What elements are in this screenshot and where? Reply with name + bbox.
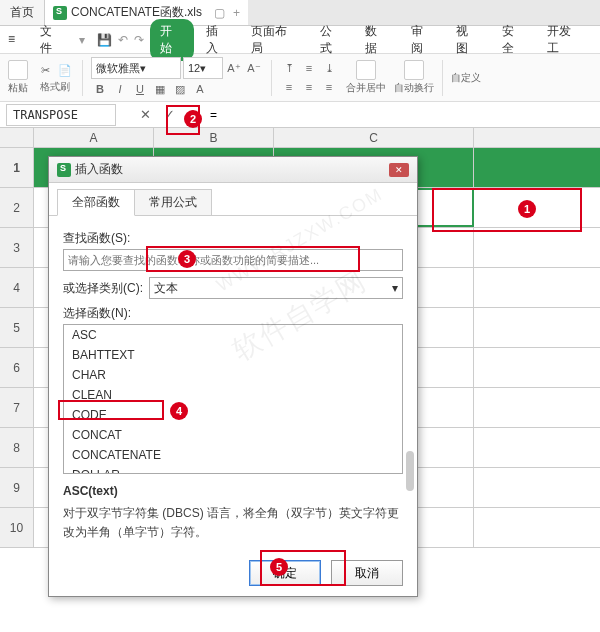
formula-bar: TRANSPOSE ✕ ✓ fx xyxy=(0,102,600,128)
list-item[interactable]: BAHTTEXT xyxy=(64,345,402,365)
chevron-down-icon: ▾ xyxy=(392,281,398,295)
copy-icon[interactable]: 📄 xyxy=(56,61,74,79)
align-left-icon[interactable]: ≡ xyxy=(280,78,298,96)
desc-text: 对于双字节字符集 (DBCS) 语言，将全角（双字节）英文字符更改为半角（单字节… xyxy=(63,504,403,542)
cancel-button[interactable]: 取消 xyxy=(331,560,403,586)
col-header[interactable]: B xyxy=(154,128,274,147)
menu-tab-dev[interactable]: 开发工 xyxy=(537,19,592,61)
select-all-corner[interactable] xyxy=(0,128,34,147)
app-menu-icon[interactable]: ≡ xyxy=(8,32,24,48)
cancel-formula-icon[interactable]: ✕ xyxy=(136,106,154,124)
tab-add-icon[interactable]: + xyxy=(233,6,240,20)
underline-icon[interactable]: U xyxy=(131,80,149,98)
list-item[interactable]: CODE xyxy=(64,405,402,425)
ribbon: 粘贴 ✂📄 格式刷 微软雅黑 ▾ 12 ▾ A⁺ A⁻ B I U ▦ ▨ A … xyxy=(0,54,600,102)
list-item[interactable]: CONCAT xyxy=(64,425,402,445)
fontsize-select[interactable]: 12 ▾ xyxy=(183,57,223,79)
align-top-icon[interactable]: ⤒ xyxy=(280,59,298,77)
function-list[interactable]: ASC BAHTTEXT CHAR CLEAN CODE CONCAT CONC… xyxy=(63,324,403,474)
menu-tab-security[interactable]: 安全 xyxy=(492,19,535,61)
dialog-titlebar[interactable]: 插入函数 ✕ xyxy=(49,157,417,183)
row-header[interactable]: 3 xyxy=(0,228,34,267)
row-header[interactable]: 4 xyxy=(0,268,34,307)
dialog-tab-common[interactable]: 常用公式 xyxy=(135,189,212,216)
cut-icon[interactable]: ✂ xyxy=(36,61,54,79)
italic-icon[interactable]: I xyxy=(111,80,129,98)
menu-file[interactable]: 文件 xyxy=(30,21,74,59)
row-header[interactable]: 8 xyxy=(0,428,34,467)
border-icon[interactable]: ▦ xyxy=(151,80,169,98)
menu-tab-review[interactable]: 审阅 xyxy=(401,19,444,61)
category-select[interactable]: 文本▾ xyxy=(149,277,403,299)
dialog-icon xyxy=(57,163,71,177)
menu-tab-insert[interactable]: 插入 xyxy=(196,19,239,61)
row-header[interactable]: 7 xyxy=(0,388,34,427)
menu-tab-data[interactable]: 数据 xyxy=(355,19,398,61)
callout-marker-4: 4 xyxy=(170,402,188,420)
category-label: 或选择类别(C): xyxy=(63,280,143,297)
row-header[interactable]: 2 xyxy=(0,188,34,227)
ribbon-wrap[interactable]: 自动换行 xyxy=(394,60,434,95)
close-icon[interactable]: ✕ xyxy=(389,163,409,177)
callout-marker-5: 5 xyxy=(270,558,288,576)
formula-input[interactable] xyxy=(202,104,600,126)
bold-icon[interactable]: B xyxy=(91,80,109,98)
decrease-font-icon[interactable]: A⁻ xyxy=(245,59,263,77)
insert-function-dialog: 插入函数 ✕ 全部函数 常用公式 查找函数(S): 或选择类别(C): 文本▾ … xyxy=(48,156,418,597)
menu-tab-start[interactable]: 开始 xyxy=(150,19,193,61)
ribbon-custom[interactable]: 自定义 xyxy=(451,71,481,85)
ribbon-merge[interactable]: 合并居中 xyxy=(346,60,386,95)
fill-icon[interactable]: ▨ xyxy=(171,80,189,98)
row-header[interactable]: 9 xyxy=(0,468,34,507)
menu-tab-formula[interactable]: 公式 xyxy=(310,19,353,61)
list-item[interactable]: DOLLAR xyxy=(64,465,402,474)
align-center-icon[interactable]: ≡ xyxy=(300,78,318,96)
menu-tab-layout[interactable]: 页面布局 xyxy=(241,19,308,61)
dialog-title: 插入函数 xyxy=(75,161,123,178)
fontcolor-icon[interactable]: A xyxy=(191,80,209,98)
callout-marker-1: 1 xyxy=(518,200,536,218)
align-right-icon[interactable]: ≡ xyxy=(320,78,338,96)
ribbon-paste[interactable]: 粘贴 xyxy=(8,60,28,95)
spreadsheet-icon xyxy=(53,6,67,20)
redo-icon[interactable]: ↷ xyxy=(134,33,144,47)
increase-font-icon[interactable]: A⁺ xyxy=(225,59,243,77)
align-bot-icon[interactable]: ⤓ xyxy=(320,59,338,77)
callout-marker-3: 3 xyxy=(178,250,196,268)
tab-controls: ▢ + xyxy=(214,6,240,20)
name-box[interactable]: TRANSPOSE xyxy=(6,104,116,126)
callout-marker-2: 2 xyxy=(184,110,202,128)
scrollbar-thumb[interactable] xyxy=(406,451,414,491)
row-header[interactable]: 5 xyxy=(0,308,34,347)
select-label: 选择函数(N): xyxy=(63,305,403,322)
save-icon[interactable]: 💾 xyxy=(97,33,112,47)
dialog-tab-all[interactable]: 全部函数 xyxy=(57,189,135,216)
ribbon-brush[interactable]: 格式刷 xyxy=(36,80,74,94)
list-item[interactable]: CHAR xyxy=(64,365,402,385)
list-item-concatenate[interactable]: CONCATENATE xyxy=(64,445,402,465)
desc-title: ASC(text) xyxy=(63,484,403,498)
align-mid-icon[interactable]: ≡ xyxy=(300,59,318,77)
search-label: 查找函数(S): xyxy=(63,230,403,247)
list-item[interactable]: CLEAN xyxy=(64,385,402,405)
search-input[interactable] xyxy=(63,249,403,271)
row-header[interactable]: 10 xyxy=(0,508,34,547)
undo-icon[interactable]: ↶ xyxy=(118,33,128,47)
dropdown-icon[interactable]: ▾ xyxy=(79,33,85,47)
row-header[interactable]: 1 xyxy=(0,148,34,187)
row-header[interactable]: 6 xyxy=(0,348,34,387)
col-header[interactable]: C xyxy=(274,128,474,147)
font-select[interactable]: 微软雅黑 ▾ xyxy=(91,57,181,79)
list-item[interactable]: ASC xyxy=(64,325,402,345)
tab-pin-icon[interactable]: ▢ xyxy=(214,6,225,20)
col-header[interactable]: A xyxy=(34,128,154,147)
menubar: ≡ 文件 ▾ 💾 ↶ ↷ 开始 插入 页面布局 公式 数据 审阅 视图 安全 开… xyxy=(0,26,600,54)
accept-formula-icon[interactable]: ✓ xyxy=(160,106,178,124)
menu-tab-view[interactable]: 视图 xyxy=(446,19,489,61)
